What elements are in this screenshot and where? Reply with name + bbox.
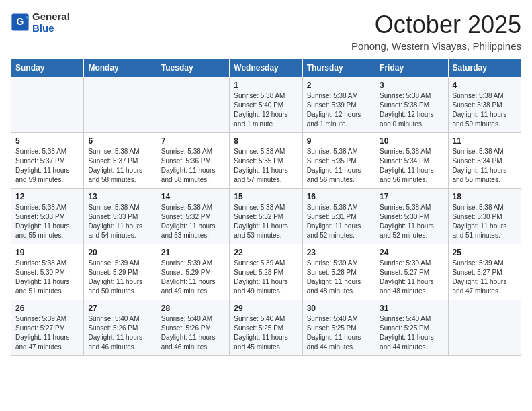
day-detail: Sunrise: 5:38 AM Sunset: 5:34 PM Dayligh… (380, 147, 443, 185)
day-detail: Sunrise: 5:38 AM Sunset: 5:36 PM Dayligh… (161, 147, 225, 185)
day-detail: Sunrise: 5:38 AM Sunset: 5:33 PM Dayligh… (88, 203, 152, 240)
day-detail: Sunrise: 5:40 AM Sunset: 5:25 PM Dayligh… (380, 314, 443, 352)
logo-icon: G (11, 13, 30, 32)
calendar-cell: 1Sunrise: 5:38 AM Sunset: 5:40 PM Daylig… (230, 77, 302, 133)
calendar-cell: 12Sunrise: 5:38 AM Sunset: 5:33 PM Dayli… (11, 189, 84, 244)
calendar-cell: 17Sunrise: 5:38 AM Sunset: 5:30 PM Dayli… (375, 189, 448, 244)
calendar-week-row: 26Sunrise: 5:39 AM Sunset: 5:27 PM Dayli… (11, 300, 521, 356)
day-detail: Sunrise: 5:39 AM Sunset: 5:27 PM Dayligh… (15, 314, 79, 352)
weekday-header-monday: Monday (84, 59, 157, 77)
day-number: 21 (161, 248, 225, 257)
day-number: 16 (307, 192, 371, 201)
calendar-cell: 3Sunrise: 5:38 AM Sunset: 5:38 PM Daylig… (375, 77, 448, 133)
month-year: October 2025 (351, 11, 521, 39)
day-number: 15 (234, 192, 298, 201)
day-number: 30 (307, 304, 371, 313)
calendar-cell (84, 77, 157, 133)
calendar-cell: 18Sunrise: 5:38 AM Sunset: 5:30 PM Dayli… (448, 189, 521, 244)
logo-text-general: General (32, 11, 70, 22)
day-number: 17 (380, 192, 443, 201)
calendar-cell: 27Sunrise: 5:40 AM Sunset: 5:26 PM Dayli… (84, 300, 157, 356)
day-number: 6 (88, 136, 152, 146)
logo: G General Blue (11, 11, 70, 34)
calendar-cell: 25Sunrise: 5:39 AM Sunset: 5:27 PM Dayli… (448, 244, 521, 300)
day-detail: Sunrise: 5:38 AM Sunset: 5:38 PM Dayligh… (380, 91, 443, 129)
calendar-cell: 26Sunrise: 5:39 AM Sunset: 5:27 PM Dayli… (11, 300, 84, 356)
day-number: 9 (307, 136, 371, 146)
header: G General Blue October 2025 Ponong, West… (11, 11, 521, 52)
day-detail: Sunrise: 5:38 AM Sunset: 5:37 PM Dayligh… (88, 147, 152, 185)
day-number: 8 (234, 136, 298, 146)
calendar-cell: 19Sunrise: 5:38 AM Sunset: 5:30 PM Dayli… (11, 244, 84, 300)
svg-text:G: G (17, 16, 24, 27)
day-number: 27 (88, 304, 152, 313)
weekday-header-sunday: Sunday (11, 59, 84, 77)
calendar-cell (157, 77, 229, 133)
day-number: 19 (15, 248, 79, 257)
day-number: 28 (161, 304, 225, 313)
day-number: 18 (453, 192, 517, 201)
day-detail: Sunrise: 5:38 AM Sunset: 5:33 PM Dayligh… (15, 203, 79, 240)
weekday-header-friday: Friday (375, 59, 448, 77)
weekday-header-saturday: Saturday (448, 59, 521, 77)
weekday-header-wednesday: Wednesday (230, 59, 302, 77)
day-detail: Sunrise: 5:38 AM Sunset: 5:32 PM Dayligh… (234, 203, 298, 240)
weekday-header-row: SundayMondayTuesdayWednesdayThursdayFrid… (11, 59, 521, 77)
calendar-cell: 14Sunrise: 5:38 AM Sunset: 5:32 PM Dayli… (157, 189, 229, 244)
day-number: 22 (234, 248, 298, 257)
calendar-cell (448, 300, 521, 356)
calendar-cell (11, 77, 84, 133)
day-detail: Sunrise: 5:38 AM Sunset: 5:39 PM Dayligh… (307, 91, 371, 129)
calendar-week-row: 1Sunrise: 5:38 AM Sunset: 5:40 PM Daylig… (11, 77, 521, 133)
calendar-cell: 21Sunrise: 5:39 AM Sunset: 5:29 PM Dayli… (157, 244, 229, 300)
calendar-cell: 10Sunrise: 5:38 AM Sunset: 5:34 PM Dayli… (375, 133, 448, 189)
day-number: 1 (234, 81, 298, 90)
day-detail: Sunrise: 5:38 AM Sunset: 5:31 PM Dayligh… (307, 203, 371, 240)
day-detail: Sunrise: 5:39 AM Sunset: 5:29 PM Dayligh… (88, 259, 152, 296)
day-detail: Sunrise: 5:38 AM Sunset: 5:37 PM Dayligh… (15, 147, 79, 185)
day-detail: Sunrise: 5:38 AM Sunset: 5:34 PM Dayligh… (453, 147, 517, 185)
day-number: 26 (15, 304, 79, 313)
day-number: 4 (453, 81, 517, 90)
calendar-cell: 2Sunrise: 5:38 AM Sunset: 5:39 PM Daylig… (302, 77, 375, 133)
day-number: 11 (453, 136, 517, 146)
day-number: 3 (380, 81, 443, 90)
day-detail: Sunrise: 5:39 AM Sunset: 5:27 PM Dayligh… (453, 259, 517, 296)
calendar-cell: 24Sunrise: 5:39 AM Sunset: 5:27 PM Dayli… (375, 244, 448, 300)
day-number: 12 (15, 192, 79, 201)
day-detail: Sunrise: 5:39 AM Sunset: 5:28 PM Dayligh… (234, 259, 298, 296)
day-detail: Sunrise: 5:38 AM Sunset: 5:30 PM Dayligh… (15, 259, 79, 296)
calendar-week-row: 5Sunrise: 5:38 AM Sunset: 5:37 PM Daylig… (11, 133, 521, 189)
day-number: 24 (380, 248, 443, 257)
day-number: 5 (15, 136, 79, 146)
day-detail: Sunrise: 5:39 AM Sunset: 5:28 PM Dayligh… (307, 259, 371, 296)
day-detail: Sunrise: 5:38 AM Sunset: 5:38 PM Dayligh… (453, 91, 517, 129)
day-number: 20 (88, 248, 152, 257)
day-detail: Sunrise: 5:38 AM Sunset: 5:35 PM Dayligh… (307, 147, 371, 185)
calendar-cell: 11Sunrise: 5:38 AM Sunset: 5:34 PM Dayli… (448, 133, 521, 189)
day-detail: Sunrise: 5:38 AM Sunset: 5:40 PM Dayligh… (234, 91, 298, 129)
day-detail: Sunrise: 5:38 AM Sunset: 5:30 PM Dayligh… (453, 203, 517, 240)
calendar-cell: 22Sunrise: 5:39 AM Sunset: 5:28 PM Dayli… (230, 244, 302, 300)
day-detail: Sunrise: 5:39 AM Sunset: 5:27 PM Dayligh… (380, 259, 443, 296)
day-number: 10 (380, 136, 443, 146)
calendar-cell: 4Sunrise: 5:38 AM Sunset: 5:38 PM Daylig… (448, 77, 521, 133)
calendar-cell: 29Sunrise: 5:40 AM Sunset: 5:25 PM Dayli… (230, 300, 302, 356)
calendar-cell: 16Sunrise: 5:38 AM Sunset: 5:31 PM Dayli… (302, 189, 375, 244)
calendar-cell: 20Sunrise: 5:39 AM Sunset: 5:29 PM Dayli… (84, 244, 157, 300)
day-number: 13 (88, 192, 152, 201)
calendar-cell: 9Sunrise: 5:38 AM Sunset: 5:35 PM Daylig… (302, 133, 375, 189)
calendar-cell: 6Sunrise: 5:38 AM Sunset: 5:37 PM Daylig… (84, 133, 157, 189)
logo-text-blue: Blue (32, 22, 70, 34)
calendar-week-row: 19Sunrise: 5:38 AM Sunset: 5:30 PM Dayli… (11, 244, 521, 300)
day-detail: Sunrise: 5:38 AM Sunset: 5:30 PM Dayligh… (380, 203, 443, 240)
day-detail: Sunrise: 5:40 AM Sunset: 5:26 PM Dayligh… (88, 314, 152, 352)
calendar-week-row: 12Sunrise: 5:38 AM Sunset: 5:33 PM Dayli… (11, 189, 521, 244)
calendar-cell: 23Sunrise: 5:39 AM Sunset: 5:28 PM Dayli… (302, 244, 375, 300)
day-number: 29 (234, 304, 298, 313)
location: Ponong, Western Visayas, Philippines (351, 40, 521, 52)
day-number: 23 (307, 248, 371, 257)
day-detail: Sunrise: 5:39 AM Sunset: 5:29 PM Dayligh… (161, 259, 225, 296)
calendar-cell: 30Sunrise: 5:40 AM Sunset: 5:25 PM Dayli… (302, 300, 375, 356)
day-detail: Sunrise: 5:40 AM Sunset: 5:26 PM Dayligh… (161, 314, 225, 352)
